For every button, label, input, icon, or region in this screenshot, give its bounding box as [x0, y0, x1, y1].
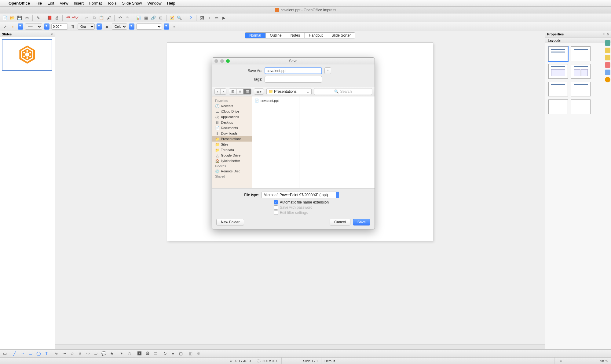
cancel-button[interactable]: Cancel [330, 219, 350, 225]
flowchart-tool[interactable]: ▱ [93, 351, 99, 357]
copy-button[interactable]: ⧉ [91, 15, 97, 21]
dialog-zoom-icon[interactable] [226, 59, 230, 63]
fill-color-select[interactable] [136, 23, 162, 30]
sidebar-presentations[interactable]: 📁Presentations [212, 136, 252, 142]
align-tool[interactable]: ≡ [170, 351, 176, 357]
redo-button[interactable]: ↷ [124, 15, 130, 21]
sidebar-remotedisc[interactable]: 💿Remote Disc [212, 168, 252, 174]
slide-button[interactable]: 🖼 [199, 15, 205, 21]
edit-file-button[interactable]: ✎ [35, 15, 41, 21]
callout-tool[interactable]: 💬 [101, 351, 107, 357]
sidebar-documents[interactable]: 📄Documents [212, 125, 252, 131]
sidebar-desktop[interactable]: 🖥Desktop [212, 120, 252, 125]
arrow-tool-button[interactable]: ↗ [2, 23, 8, 30]
menu-view[interactable]: View [60, 1, 68, 5]
styles-icon[interactable] [605, 70, 610, 75]
save-button[interactable]: 💾 [16, 15, 23, 21]
transition-icon[interactable] [605, 62, 610, 68]
icon-view-icon[interactable]: ⊞ [229, 89, 237, 94]
menu-slideshow[interactable]: Slide Show [122, 1, 142, 5]
nav-icon[interactable] [605, 77, 610, 82]
rect-tool[interactable]: ▭ [27, 351, 34, 357]
from-file-tool[interactable]: 🖼 [144, 351, 150, 357]
sidebar-applications[interactable]: ⒶApplications [212, 114, 252, 120]
menu-insert[interactable]: Insert [74, 1, 84, 5]
sidebar-icloud[interactable]: ☁iCloud Drive [212, 109, 252, 114]
tags-input[interactable] [265, 76, 322, 83]
slide-thumbnail[interactable] [2, 39, 52, 71]
zoom-slider[interactable]: ─○────── [554, 358, 597, 364]
line-width-input[interactable] [51, 23, 68, 30]
sidebar-googledrive[interactable]: △Google Drive [212, 153, 252, 158]
arrange-tool[interactable]: ▢ [178, 351, 184, 357]
menu-format[interactable]: Format [89, 1, 102, 5]
line-arrow-button[interactable]: ↕ [10, 23, 16, 30]
tab-normal[interactable]: Normal [245, 33, 266, 38]
sidebar-downloads[interactable]: ⬇Downloads [212, 131, 252, 136]
layout-4[interactable] [571, 82, 591, 96]
line-style-select[interactable]: ── [25, 23, 42, 30]
shadow-button[interactable]: ▫ [171, 23, 177, 30]
connector-tool[interactable]: ⤳ [61, 351, 67, 357]
properties-close-icon[interactable]: × [602, 32, 604, 36]
line-tool[interactable]: ╱ [12, 351, 18, 357]
interaction-tool[interactable]: ⚙ [196, 351, 202, 357]
auto-ext-checkbox[interactable]: ✓ [274, 200, 278, 204]
gallery-tool[interactable]: 🗃 [152, 351, 158, 357]
group-icon[interactable]: ☰▾ [254, 89, 264, 94]
save-as-input[interactable] [265, 67, 322, 74]
cut-button[interactable]: ✂ [84, 15, 90, 21]
arrow-style-dropdown[interactable]: ▾ [18, 23, 23, 30]
menu-help[interactable]: Help [167, 1, 175, 5]
block-arrows-tool[interactable]: ⇨ [85, 351, 91, 357]
line-color-select[interactable]: Gra [78, 23, 95, 30]
fill-color-dropdown[interactable]: ▾ [164, 23, 169, 30]
layout-6[interactable] [571, 99, 591, 114]
view-mode-segment[interactable]: ⊞ ≡ ▥ [229, 88, 251, 95]
new-doc-button[interactable]: 📄 [2, 15, 8, 21]
group-segment[interactable]: ☰▾ [254, 88, 264, 95]
stars-tool[interactable]: ★ [109, 351, 115, 357]
sidebar-home[interactable]: 🏠kyleledbetter [212, 158, 252, 164]
glue-tool[interactable]: ⎍ [126, 351, 133, 357]
rotate-tool[interactable]: ↻ [162, 351, 168, 357]
tab-handout[interactable]: Handout [305, 33, 327, 38]
run-slideshow-button[interactable]: ▶ [221, 15, 227, 21]
menu-tools[interactable]: Tools [107, 1, 116, 5]
dialog-close-icon[interactable] [214, 59, 218, 63]
layout-two-content[interactable] [571, 64, 591, 79]
navigator-button[interactable]: 🧭 [169, 15, 175, 21]
menu-file[interactable]: File [35, 1, 42, 5]
file-covalent[interactable]: 📄covalent.ppt [252, 98, 299, 103]
gallery-icon[interactable] [605, 40, 610, 46]
new-folder-button[interactable]: New Folder [216, 219, 244, 225]
tab-slidesorter[interactable]: Slide Sorter [327, 33, 355, 38]
layout-blank[interactable] [548, 46, 568, 61]
app-name[interactable]: OpenOffice [9, 1, 30, 5]
slide-design-button[interactable]: ▫ [206, 15, 212, 21]
shapes-tool[interactable]: ◇ [69, 351, 75, 357]
line-style-dropdown[interactable]: ▾ [44, 23, 49, 30]
extrusion-tool[interactable]: ◧ [188, 351, 194, 357]
autospell-button[interactable]: ᴬᴮ✓ [72, 15, 79, 21]
width-stepper[interactable]: ⇅ [70, 23, 76, 30]
hyperlink-button[interactable]: 🔗 [150, 15, 156, 21]
slide-layout-button[interactable]: ▭ [214, 15, 220, 21]
chart-button[interactable]: 📊 [136, 15, 142, 21]
fill-type-select[interactable]: Color [112, 23, 127, 30]
spellcheck-button[interactable]: ᴬᴮ [65, 15, 71, 21]
animation-icon[interactable] [605, 55, 610, 60]
fontwork-tool[interactable]: 🅰 [136, 351, 142, 357]
open-button[interactable]: 📂 [9, 15, 15, 21]
forward-icon[interactable]: › [221, 89, 226, 94]
save-button-primary[interactable]: Save [353, 219, 370, 225]
grid-button[interactable]: ⊞ [158, 15, 164, 21]
nav-back-forward[interactable]: ‹› [214, 88, 226, 95]
fill-button[interactable]: ◆ [104, 23, 110, 30]
curve-tool[interactable]: ∿ [53, 351, 59, 357]
layout-3[interactable] [548, 82, 568, 96]
email-button[interactable]: ✉ [24, 15, 30, 21]
tab-outline[interactable]: Outline [266, 33, 286, 38]
table-button[interactable]: ▦ [143, 15, 149, 21]
text-tool[interactable]: T [43, 351, 49, 357]
